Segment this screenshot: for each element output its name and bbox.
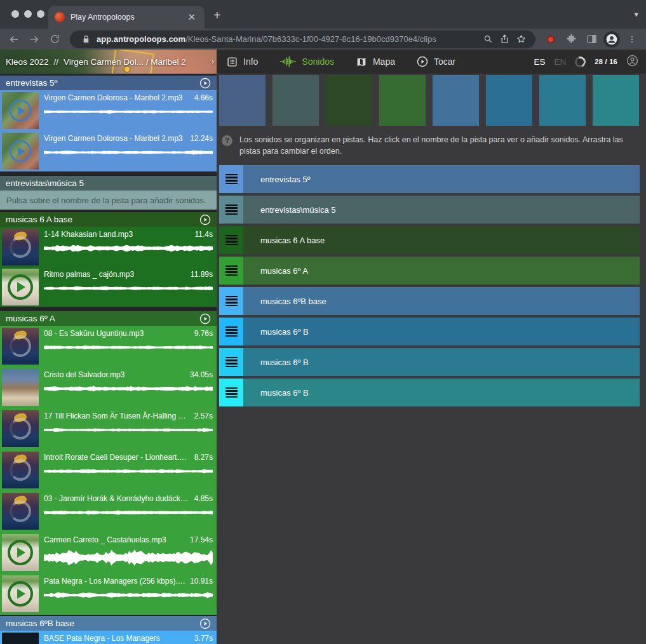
drag-handle[interactable]: [219, 318, 243, 345]
track-name[interactable]: musicas 6º A: [260, 266, 308, 276]
waveform[interactable]: [44, 241, 213, 255]
clip-item[interactable]: Introit Rorate Caeli Desuper - Lionheart…: [0, 450, 217, 491]
track-name[interactable]: musicas 6º B: [260, 388, 309, 398]
track-color-tile[interactable]: [219, 75, 266, 126]
track-header[interactable]: entrevistas 5º: [0, 76, 217, 90]
play-overlay-icon[interactable]: [10, 236, 31, 258]
clip-thumbnail[interactable]: [2, 369, 39, 406]
url-text[interactable]: app.antropoloops.com/Kleos-Santa-Marina/…: [97, 34, 480, 44]
waveform[interactable]: [44, 145, 213, 159]
waveform[interactable]: [44, 340, 213, 354]
new-tab-icon[interactable]: +: [213, 9, 221, 22]
browser-tab[interactable]: Play Antropoloops ✕: [48, 6, 205, 29]
play-track-icon[interactable]: [199, 214, 211, 225]
track-color-tile[interactable]: [539, 75, 586, 126]
star-icon[interactable]: [513, 32, 529, 47]
play-track-icon[interactable]: [199, 618, 211, 629]
drag-handle[interactable]: [219, 379, 243, 406]
track-row[interactable]: musicas 6º A: [219, 257, 640, 285]
track-header[interactable]: musicas 6º A: [0, 311, 217, 326]
track-color-tile[interactable]: [433, 75, 479, 126]
clip-item[interactable]: Ritmo palmas _ cajón.mp3 11.89s: [0, 267, 217, 307]
track-row[interactable]: entrevistas\música 5: [219, 196, 640, 224]
track-name[interactable]: entrevistas\música 5: [260, 205, 336, 215]
track-name[interactable]: entrevistas 5º: [260, 175, 310, 184]
close-tab-icon[interactable]: ✕: [185, 11, 198, 23]
track-color-tile[interactable]: [273, 75, 319, 126]
breadcrumb-current[interactable]: Virgen Carmen Dol... / Maribel 2: [64, 57, 206, 67]
play-overlay-icon[interactable]: [10, 100, 32, 122]
track-title[interactable]: entrevistas\música 5: [6, 178, 84, 188]
play-track-icon[interactable]: [199, 77, 211, 89]
track-title[interactable]: entrevistas 5º: [6, 78, 57, 88]
track-name[interactable]: musicas 6ºB base: [260, 297, 326, 306]
track-header[interactable]: musicas 6 A base: [0, 212, 217, 227]
track-name[interactable]: musicas 6º B: [260, 327, 309, 337]
breadcrumb-project[interactable]: Kleos 2022: [6, 57, 49, 67]
track-color-tile[interactable]: [486, 75, 532, 126]
play-overlay-icon[interactable]: [10, 459, 31, 481]
track-name[interactable]: musicas 6º B: [260, 358, 309, 367]
clip-item[interactable]: Virgen Carmen Dolorosa - Maribel 2.mp3 1…: [0, 131, 217, 171]
track-color-tile[interactable]: [326, 75, 372, 126]
clip-thumbnail[interactable]: [2, 92, 39, 129]
waveform[interactable]: [44, 105, 213, 119]
waveform[interactable]: [44, 506, 213, 520]
clip-item[interactable]: Carmen Carreto _ Castañuelas.mp3 17.54s: [0, 532, 217, 574]
clip-thumbnail[interactable]: [2, 133, 39, 170]
track-title[interactable]: musicas 6 A base: [6, 215, 72, 224]
track-title[interactable]: musicas 6º A: [6, 314, 55, 323]
maximize-window-icon[interactable]: [37, 10, 44, 18]
breadcrumb[interactable]: Kleos 2022 // Virgen Carmen Dol... / Mar…: [0, 50, 217, 74]
back-icon[interactable]: [5, 31, 23, 48]
track-row[interactable]: musicas 6 A base: [219, 226, 640, 254]
clip-item[interactable]: 03 - Jaromír Horák & Konrádyho dudácká .…: [0, 491, 217, 532]
close-window-icon[interactable]: [11, 10, 19, 18]
play-overlay-icon[interactable]: [8, 540, 33, 565]
waveform[interactable]: [44, 281, 213, 295]
track-color-tile[interactable]: [379, 75, 426, 126]
drag-handle[interactable]: [219, 196, 243, 224]
drag-handle[interactable]: [219, 165, 243, 193]
lock-icon[interactable]: [77, 32, 94, 47]
forward-icon[interactable]: [25, 31, 43, 48]
clip-thumbnail[interactable]: [2, 534, 39, 571]
lang-es[interactable]: ES: [534, 57, 545, 67]
drag-handle[interactable]: [219, 348, 243, 376]
waveform[interactable]: [44, 464, 213, 478]
clip-item[interactable]: Virgen Carmen Dolorosa - Maribel 2.mp3 4…: [0, 90, 217, 131]
tab-mapa[interactable]: Mapa: [356, 57, 395, 67]
account-icon[interactable]: [626, 55, 638, 69]
track-color-tile[interactable]: [593, 75, 639, 126]
clip-item[interactable]: 08 - Es Sakūru Uguntiņu.mp3 9.76s: [0, 326, 217, 367]
record-extension-icon[interactable]: [542, 31, 560, 48]
tab-info[interactable]: Info: [227, 57, 258, 67]
track-name[interactable]: musicas 6 A base: [260, 236, 325, 245]
waveform[interactable]: [44, 547, 213, 568]
share-icon[interactable]: [496, 32, 513, 47]
clip-thumbnail[interactable]: [2, 328, 39, 365]
clip-item[interactable]: 1-14 Khakasian Land.mp3 11.4s: [0, 227, 217, 267]
clip-thumbnail[interactable]: [2, 410, 39, 447]
play-overlay-icon[interactable]: [8, 274, 33, 300]
clip-item[interactable]: 17 Till Flickan Som Är Tusen År-Halling …: [0, 408, 217, 450]
clip-thumbnail[interactable]: [2, 633, 39, 644]
track-title[interactable]: musicas 6ºB base: [6, 619, 74, 628]
drag-handle[interactable]: [219, 226, 243, 254]
track-row[interactable]: musicas 6º B: [219, 348, 640, 376]
track-header[interactable]: entrevistas\música 5: [0, 176, 217, 191]
traffic-lights[interactable]: [11, 10, 44, 18]
tab-tocar[interactable]: Tocar: [417, 56, 455, 67]
profile-avatar[interactable]: [603, 31, 621, 48]
zoom-icon[interactable]: [480, 32, 496, 47]
extensions-puzzle-icon[interactable]: [562, 31, 580, 48]
play-overlay-icon[interactable]: [10, 418, 31, 439]
track-row[interactable]: musicas 6º B: [219, 318, 640, 345]
clip-item[interactable]: BASE Pata Negra - Los Managers 3.77s: [0, 631, 217, 644]
kebab-menu-icon[interactable]: [623, 31, 641, 48]
track-header[interactable]: musicas 6ºB base: [0, 616, 217, 631]
clip-thumbnail[interactable]: [2, 229, 39, 265]
track-row[interactable]: entrevistas 5º: [219, 165, 640, 193]
clip-item[interactable]: Pata Negra - Los Managers (256 kbps).mp3…: [0, 574, 217, 615]
play-track-icon[interactable]: [199, 313, 211, 325]
